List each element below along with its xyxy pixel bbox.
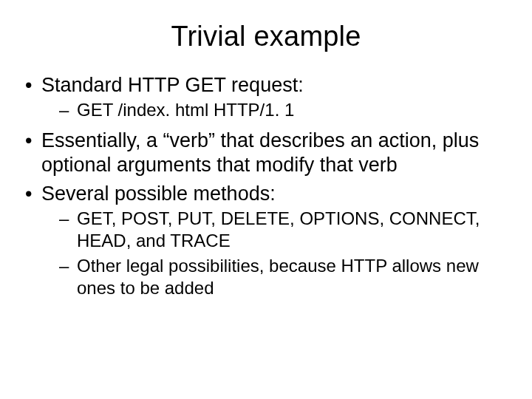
sub-bullet-text: GET, POST, PUT, DELETE, OPTIONS, CONNECT… bbox=[77, 208, 480, 250]
bullet-text: Essentially, a “verb” that describes an … bbox=[41, 129, 479, 176]
sub-bullet-text: Other legal possibilities, because HTTP … bbox=[77, 256, 479, 298]
sub-bullet-text: GET /index. html HTTP/1. 1 bbox=[77, 100, 294, 120]
sub-bullet-item: Other legal possibilities, because HTTP … bbox=[41, 255, 510, 299]
bullet-text: Standard HTTP GET request: bbox=[41, 74, 304, 96]
sub-bullet-item: GET, POST, PUT, DELETE, OPTIONS, CONNECT… bbox=[41, 208, 510, 252]
bullet-item: Several possible methods: GET, POST, PUT… bbox=[22, 182, 510, 299]
sub-bullet-list: GET, POST, PUT, DELETE, OPTIONS, CONNECT… bbox=[41, 208, 510, 299]
bullet-text: Several possible methods: bbox=[41, 183, 276, 205]
bullet-item: Essentially, a “verb” that describes an … bbox=[22, 129, 510, 177]
bullet-list: Standard HTTP GET request: GET /index. h… bbox=[22, 73, 510, 299]
sub-bullet-list: GET /index. html HTTP/1. 1 bbox=[41, 99, 510, 121]
sub-bullet-item: GET /index. html HTTP/1. 1 bbox=[41, 99, 510, 121]
bullet-item: Standard HTTP GET request: GET /index. h… bbox=[22, 73, 510, 121]
slide-title: Trivial example bbox=[22, 21, 510, 52]
slide: Trivial example Standard HTTP GET reques… bbox=[0, 0, 532, 399]
